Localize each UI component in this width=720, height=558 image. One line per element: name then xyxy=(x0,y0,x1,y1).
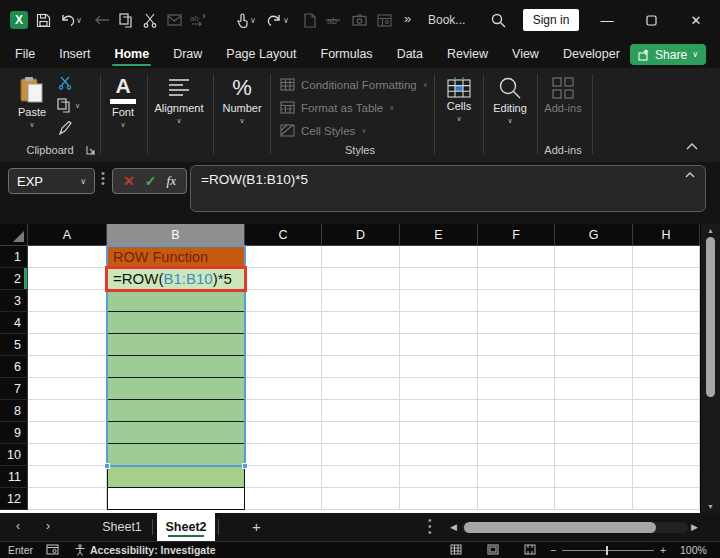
cell-H10[interactable] xyxy=(633,444,700,466)
row-header-6[interactable]: 6 xyxy=(0,356,28,378)
column-header-C[interactable]: C xyxy=(245,224,322,246)
cell-G7[interactable] xyxy=(555,378,633,400)
cell-E8[interactable] xyxy=(400,400,478,422)
cell-G5[interactable] xyxy=(555,334,633,356)
cell-G8[interactable] xyxy=(555,400,633,422)
cell-styles-button[interactable]: Cell Styles ∨ xyxy=(280,124,366,137)
cell-B10[interactable] xyxy=(107,444,245,466)
tab-developer[interactable]: Developer xyxy=(551,40,632,68)
accessibility-status[interactable]: Accessibility: Investigate xyxy=(90,544,215,556)
scroll-left-icon[interactable]: ◀ xyxy=(450,522,457,532)
cell-H9[interactable] xyxy=(633,422,700,444)
touch-mode-icon[interactable] xyxy=(232,10,252,30)
tab-file[interactable]: File xyxy=(3,40,47,68)
conditional-formatting-button[interactable]: Conditional Formatting ∨ xyxy=(280,78,428,91)
cell-F12[interactable] xyxy=(478,488,555,510)
cell-A9[interactable] xyxy=(28,422,107,444)
cell-F9[interactable] xyxy=(478,422,555,444)
cell-H8[interactable] xyxy=(633,400,700,422)
expand-formula-bar-icon[interactable] xyxy=(685,171,695,178)
redo-icon[interactable] xyxy=(264,10,284,30)
page-layout-view-icon[interactable] xyxy=(487,544,499,555)
cut-small-button[interactable] xyxy=(58,76,72,90)
cell-G1[interactable] xyxy=(555,246,633,268)
editing-group-button[interactable]: Editing ∨ xyxy=(487,76,533,125)
cell-C2[interactable] xyxy=(245,268,322,290)
zoom-slider-thumb[interactable] xyxy=(606,546,608,555)
zoom-out-icon[interactable]: − xyxy=(550,544,556,556)
cell-G4[interactable] xyxy=(555,312,633,334)
addins-button[interactable]: Add-ins xyxy=(541,76,585,115)
row-header-12[interactable]: 12 xyxy=(0,488,28,510)
cell-D3[interactable] xyxy=(322,290,400,312)
minimize-button[interactable]: — xyxy=(592,0,622,40)
cell-A5[interactable] xyxy=(28,334,107,356)
row-header-4[interactable]: 4 xyxy=(0,312,28,334)
cell-G11[interactable] xyxy=(555,466,633,488)
cell-G2[interactable] xyxy=(555,268,633,290)
normal-view-icon[interactable] xyxy=(450,544,462,555)
cell-E3[interactable] xyxy=(400,290,478,312)
cell-C3[interactable] xyxy=(245,290,322,312)
row-header-7[interactable]: 7 xyxy=(0,378,28,400)
cell-E1[interactable] xyxy=(400,246,478,268)
cell-H1[interactable] xyxy=(633,246,700,268)
share-button[interactable]: Share ∨ xyxy=(630,44,706,65)
cell-A12[interactable] xyxy=(28,488,107,510)
cell-D4[interactable] xyxy=(322,312,400,334)
cell-D9[interactable] xyxy=(322,422,400,444)
cell-H12[interactable] xyxy=(633,488,700,510)
cell-A6[interactable] xyxy=(28,356,107,378)
scroll-down-icon[interactable]: ▼ xyxy=(701,503,720,510)
select-all-corner[interactable] xyxy=(0,224,28,246)
cell-C10[interactable] xyxy=(245,444,322,466)
cell-D11[interactable] xyxy=(322,466,400,488)
cell-F8[interactable] xyxy=(478,400,555,422)
cell-C1[interactable] xyxy=(245,246,322,268)
cell-C11[interactable] xyxy=(245,466,322,488)
tab-insert[interactable]: Insert xyxy=(47,40,102,68)
column-header-H[interactable]: H xyxy=(633,224,700,246)
cell-B8[interactable] xyxy=(107,400,245,422)
cell-C5[interactable] xyxy=(245,334,322,356)
cell-C4[interactable] xyxy=(245,312,322,334)
cell-B5[interactable] xyxy=(107,334,245,356)
formula-input[interactable]: =ROW(B1:B10)*5 xyxy=(190,165,706,212)
cell-H7[interactable] xyxy=(633,378,700,400)
sign-in-button[interactable]: Sign in xyxy=(523,9,579,31)
cell-D7[interactable] xyxy=(322,378,400,400)
cell-E9[interactable] xyxy=(400,422,478,444)
cell-E2[interactable] xyxy=(400,268,478,290)
cell-B12[interactable] xyxy=(107,488,245,510)
clipboard-dialog-launcher-icon[interactable] xyxy=(86,145,96,155)
horizontal-scroll-thumb[interactable] xyxy=(464,522,656,533)
cell-F10[interactable] xyxy=(478,444,555,466)
cell-H4[interactable] xyxy=(633,312,700,334)
row-header-10[interactable]: 10 xyxy=(0,444,28,466)
cut-icon[interactable] xyxy=(140,10,160,30)
cell-E11[interactable] xyxy=(400,466,478,488)
maximize-button[interactable] xyxy=(636,0,666,40)
cell-B11[interactable] xyxy=(107,466,245,488)
cell-H3[interactable] xyxy=(633,290,700,312)
cell-D2[interactable] xyxy=(322,268,400,290)
cell-E7[interactable] xyxy=(400,378,478,400)
scroll-up-icon[interactable]: ▲ xyxy=(701,227,720,234)
cell-G12[interactable] xyxy=(555,488,633,510)
redo-dropdown-chevron[interactable]: ∨ xyxy=(283,16,289,25)
column-header-A[interactable]: A xyxy=(28,224,107,246)
copy-small-button[interactable]: ∨ xyxy=(57,98,80,113)
next-sheet-icon[interactable]: › xyxy=(46,519,50,533)
row-header-9[interactable]: 9 xyxy=(0,422,28,444)
row-header-2[interactable]: 2 xyxy=(0,268,28,290)
cell-B4[interactable] xyxy=(107,312,245,334)
cell-C12[interactable] xyxy=(245,488,322,510)
cell-H2[interactable] xyxy=(633,268,700,290)
cell-B3[interactable] xyxy=(107,290,245,312)
zoom-slider-track[interactable] xyxy=(562,550,654,551)
row-header-5[interactable]: 5 xyxy=(0,334,28,356)
touch-mode-chevron[interactable]: ∨ xyxy=(250,16,256,25)
cell-A2[interactable] xyxy=(28,268,107,290)
cell-G3[interactable] xyxy=(555,290,633,312)
cell-F2[interactable] xyxy=(478,268,555,290)
